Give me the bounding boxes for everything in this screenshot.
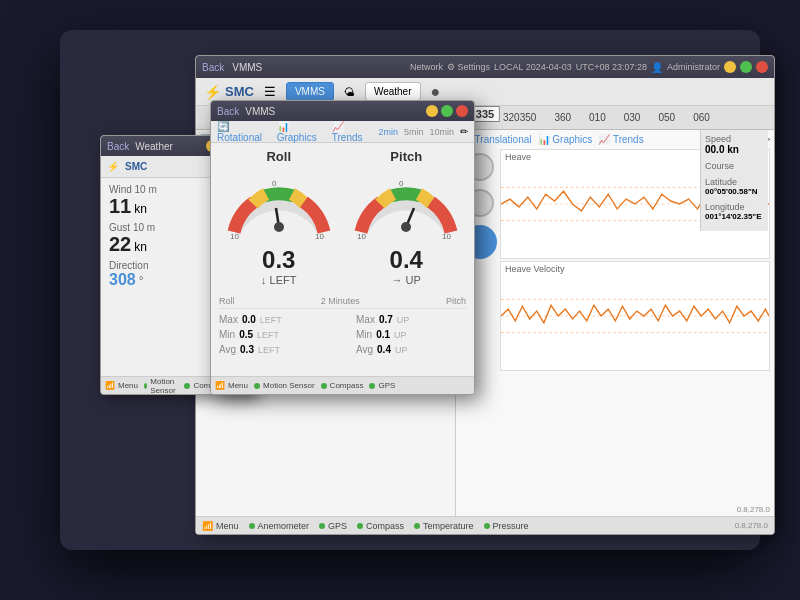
w-dot-compass (184, 383, 190, 389)
rot-dot-compass (321, 383, 327, 389)
utc-label: UTC+08 23:07:28 (576, 62, 647, 72)
rot-nav: 🔄 Rotational 📊 Graphics 📈 Trends 2min 5m… (211, 121, 474, 143)
rot-stat-max: Max 0.0 LEFT Max 0.7 UP (219, 312, 466, 327)
user-icon: 👤 (651, 62, 663, 73)
rot-pitch-svg: 10 10 0 (351, 164, 461, 244)
svg-text:10: 10 (315, 232, 324, 241)
rot-roll-gauge: Roll 10 10 0 0.3 ↓ LEFT (217, 149, 341, 286)
tab-vmms[interactable]: VMMS (286, 82, 334, 101)
menu-icon[interactable]: ☰ (264, 84, 276, 99)
coord-bottom-right: 0.8,278.0 (737, 505, 770, 514)
rot-pitch-gauge: Pitch 10 10 0 0.4 → UP (345, 149, 469, 286)
main-window-title: VMMS (232, 62, 262, 73)
rot-status-motion: Motion Sensor (254, 381, 315, 390)
svg-point-17 (274, 222, 284, 232)
rot-roll-svg: 10 10 0 (224, 164, 334, 244)
rot-pitch-value: 0.4 (345, 246, 469, 274)
heave-velocity-label: Heave Velocity (505, 264, 565, 274)
rot-roll-title: Roll (217, 149, 341, 164)
rot-time-10min[interactable]: 10min (429, 127, 454, 137)
rot-time-2min[interactable]: 2min (378, 127, 398, 137)
wind-value: 11 (109, 195, 131, 217)
rot-status-gps: GPS (369, 381, 395, 390)
right-panel: 🔄 Translational 📊 Graphics 📈 Trends ✏ (456, 130, 774, 534)
svg-text:10: 10 (230, 232, 239, 241)
rot-pitch-avg: Avg 0.4 UP (356, 344, 466, 355)
rot-maximize-button[interactable] (441, 105, 453, 117)
svg-point-22 (401, 222, 411, 232)
rot-roll-max: Max 0.0 LEFT (219, 314, 329, 325)
rot-status-bar: 📶 Menu Motion Sensor Compass GPS (211, 376, 474, 394)
rot-stats-header: Roll 2 Minutes Pitch (219, 296, 466, 309)
rot-gauges-row: Roll 10 10 0 0.3 ↓ LEFT Pitch (211, 143, 474, 292)
heave-velocity-chart: Heave Velocity (500, 261, 770, 371)
close-button[interactable] (756, 61, 768, 73)
gust-value: 22 (109, 233, 131, 255)
svg-text:0: 0 (399, 179, 404, 188)
tab-trends-right[interactable]: 📈 Trends (598, 134, 643, 145)
local-label: LOCAL 2024-04-03 (494, 62, 572, 72)
dot-temp (414, 523, 420, 529)
status-compass: Compass (357, 521, 404, 531)
main-status-bar: 📶 Menu Anemometer GPS Compass Temperatur… (196, 516, 774, 534)
settings-label[interactable]: ⚙ Settings (447, 62, 490, 72)
w-logo-icon: ⚡ (107, 161, 119, 172)
weather-title: Weather (135, 141, 173, 152)
rot-close-button[interactable] (456, 105, 468, 117)
rot-wifi-icon: 📶 (215, 381, 225, 390)
maximize-button[interactable] (740, 61, 752, 73)
status-anemometer: Anemometer (249, 521, 310, 531)
main-title-bar: Back VMMS Network ⚙ Settings LOCAL 2024-… (196, 56, 774, 78)
rot-time-label: 2 Minutes (321, 296, 360, 306)
dot-compass (357, 523, 363, 529)
right-content: Heave 1.50 0.00 -1.00 (460, 149, 770, 465)
side-info-panel: Speed 00.0 kn Course Latitude 00°05'00.5… (700, 130, 768, 231)
rot-edit-icon[interactable]: ✏ (460, 126, 468, 137)
rot-time-5min[interactable]: 5min (404, 127, 424, 137)
w-logo-text: SMC (125, 161, 147, 172)
svg-text:10: 10 (357, 232, 366, 241)
rot-status-menu[interactable]: 📶 Menu (215, 381, 248, 390)
rot-roll-value: 0.3 (217, 246, 341, 274)
rot-roll-min: Min 0.5 LEFT (219, 329, 329, 340)
weather-back-link[interactable]: Back (107, 141, 129, 152)
w-wifi-icon: 📶 (105, 381, 115, 390)
back-link[interactable]: Back (202, 62, 224, 73)
direction-value: 308 (109, 271, 136, 288)
w-status-motion: Motion Sensor (144, 377, 178, 395)
wifi-icon: 📶 (202, 521, 213, 531)
rot-roll-header: Roll (219, 296, 235, 306)
rot-back-link[interactable]: Back (217, 106, 239, 117)
w-status-menu[interactable]: 📶 Menu (105, 381, 138, 390)
minimize-button[interactable] (724, 61, 736, 73)
rot-pitch-header: Pitch (446, 296, 466, 306)
admin-label: Administrator (667, 62, 720, 72)
smc-logo-text: SMC (225, 84, 254, 99)
gust-unit: kn (134, 240, 147, 254)
rot-roll-dir: ↓ LEFT (217, 274, 341, 286)
status-temperature: Temperature (414, 521, 474, 531)
heading-numbers-right: 350 360 010 030 050 060 (520, 112, 710, 123)
lat-info: Latitude 00°05'00.58"N (705, 177, 764, 196)
charts-area: Heave 1.50 0.00 -1.00 (500, 149, 770, 465)
rot-dot-gps (369, 383, 375, 389)
rot-tab-trends[interactable]: 📈 Trends (332, 121, 373, 143)
wind-unit: kn (134, 202, 147, 216)
tab-graphics-right[interactable]: 📊 Graphics (538, 134, 593, 145)
rot-stat-min: Min 0.5 LEFT Min 0.1 UP (219, 327, 466, 342)
rot-tab-graphics[interactable]: 📊 Graphics (277, 121, 326, 143)
rot-title-bar: Back VMMS (211, 101, 474, 121)
rot-minimize-button[interactable] (426, 105, 438, 117)
status-coord: 0.8,278.0 (735, 521, 768, 530)
rot-roll-avg: Avg 0.3 LEFT (219, 344, 329, 355)
rot-pitch-max: Max 0.7 UP (356, 314, 466, 325)
dot-indicator: ● (431, 83, 441, 101)
status-menu[interactable]: 📶 Menu (202, 521, 239, 531)
dot-pressure (484, 523, 490, 529)
lon-info: Longitude 001°14'02.35"E (705, 202, 764, 221)
rot-right-arrow-icon: → (392, 274, 403, 286)
speed-info: Speed 00.0 kn (705, 134, 764, 155)
tab-weather[interactable]: Weather (365, 82, 421, 101)
w-dot-motion (144, 383, 147, 389)
rot-tab-rotational[interactable]: 🔄 Rotational (217, 121, 271, 143)
